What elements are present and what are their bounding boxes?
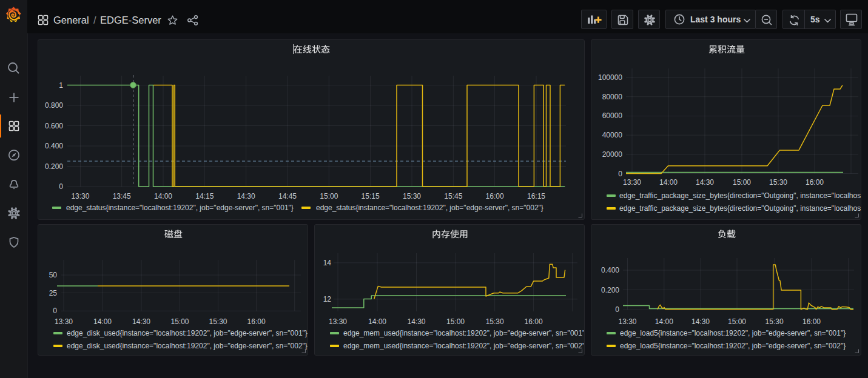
svg-text:14:00: 14:00 — [659, 178, 678, 187]
svg-text:100000: 100000 — [598, 73, 622, 82]
svg-text:14:15: 14:15 — [195, 192, 214, 201]
svg-text:20000: 20000 — [602, 150, 623, 159]
svg-text:14:00: 14:00 — [154, 192, 172, 201]
svg-text:15:15: 15:15 — [362, 192, 380, 201]
svg-text:40000: 40000 — [602, 131, 623, 139]
svg-text:0: 0 — [53, 307, 57, 315]
svg-text:14:00: 14:00 — [93, 317, 112, 326]
svg-text:15:45: 15:45 — [444, 192, 462, 201]
svg-text:0.200: 0.200 — [601, 286, 619, 294]
svg-text:50: 50 — [49, 271, 58, 279]
svg-text:15:00: 15:00 — [320, 192, 338, 201]
svg-text:16:00: 16:00 — [806, 178, 824, 187]
svg-text:13:30: 13:30 — [71, 192, 89, 201]
svg-text:13:45: 13:45 — [113, 192, 131, 201]
svg-text:14:00: 14:00 — [368, 317, 386, 326]
svg-text:16:00: 16:00 — [802, 317, 821, 326]
svg-text:15:30: 15:30 — [769, 178, 787, 187]
svg-text:14:45: 14:45 — [278, 192, 297, 201]
svg-text:1: 1 — [59, 81, 63, 90]
svg-text:0.600: 0.600 — [45, 122, 63, 130]
svg-text:13:30: 13:30 — [55, 317, 73, 326]
svg-text:0.400: 0.400 — [601, 266, 619, 274]
svg-text:14:30: 14:30 — [237, 192, 255, 201]
svg-text:14:30: 14:30 — [691, 317, 710, 326]
svg-text:15:00: 15:00 — [728, 317, 746, 326]
svg-text:60000: 60000 — [602, 111, 623, 120]
svg-text:16:15: 16:15 — [527, 192, 545, 201]
svg-text:14:30: 14:30 — [132, 317, 150, 326]
svg-text:14:30: 14:30 — [407, 317, 425, 326]
svg-text:13:30: 13:30 — [623, 178, 641, 187]
svg-text:16:00: 16:00 — [486, 192, 504, 201]
svg-text:25: 25 — [49, 289, 58, 297]
svg-text:16:00: 16:00 — [247, 317, 266, 326]
svg-text:16:00: 16:00 — [525, 317, 543, 326]
svg-text:0.400: 0.400 — [45, 142, 63, 150]
svg-text:0: 0 — [618, 170, 622, 178]
svg-text:13:30: 13:30 — [329, 317, 347, 326]
svg-text:15:00: 15:00 — [733, 178, 751, 187]
svg-text:15:30: 15:30 — [765, 317, 784, 326]
svg-text:0: 0 — [59, 182, 63, 191]
svg-text:0.800: 0.800 — [45, 101, 63, 110]
svg-text:0.200: 0.200 — [45, 162, 63, 171]
svg-text:13:30: 13:30 — [618, 317, 636, 326]
svg-text:15:00: 15:00 — [170, 317, 189, 326]
svg-text:0: 0 — [615, 305, 619, 314]
svg-text:15:00: 15:00 — [446, 317, 465, 326]
svg-text:15:30: 15:30 — [403, 192, 421, 201]
svg-text:12: 12 — [323, 295, 332, 303]
svg-text:14:00: 14:00 — [655, 317, 673, 326]
svg-text:14:30: 14:30 — [696, 178, 714, 187]
svg-text:15:30: 15:30 — [209, 317, 227, 326]
svg-text:80000: 80000 — [602, 93, 623, 101]
svg-text:15:30: 15:30 — [486, 317, 504, 326]
svg-text:14: 14 — [323, 259, 332, 267]
